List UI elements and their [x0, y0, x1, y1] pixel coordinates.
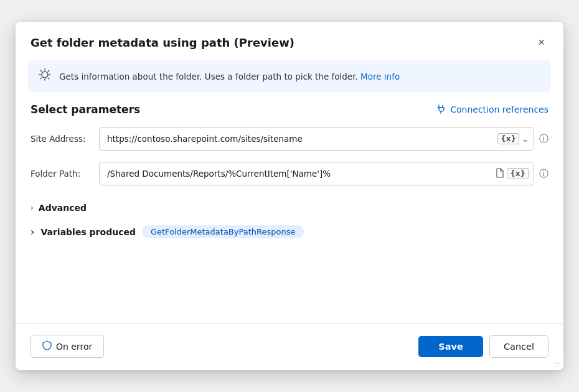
connection-references-label: Connection references — [450, 105, 548, 114]
on-error-button[interactable]: On error — [31, 335, 104, 358]
dialog-footer: On error Save Cancel — [16, 324, 563, 370]
folder-path-row: Folder Path: {x} ⓘ — [31, 162, 548, 185]
dialog-title: Get folder metadata using path (Preview) — [31, 36, 294, 49]
more-info-link[interactable]: More info — [360, 72, 400, 82]
info-banner: Gets information about the folder. Uses … — [28, 60, 551, 92]
footer-right: Save Cancel — [418, 335, 548, 358]
svg-point-0 — [42, 72, 48, 78]
folder-path-icons: {x} — [495, 168, 529, 180]
cancel-button[interactable]: Cancel — [489, 335, 548, 358]
folder-path-input-wrap[interactable]: {x} — [99, 162, 534, 185]
folder-path-input[interactable] — [107, 169, 491, 179]
params-area: Site Address: {x} ⌄ ⓘ Folder Path: — [16, 127, 563, 318]
site-address-input-wrap[interactable]: {x} ⌄ — [99, 127, 534, 151]
file-icon[interactable] — [495, 168, 504, 180]
plug-icon — [436, 104, 446, 116]
variables-chevron-icon: › — [31, 226, 34, 238]
advanced-label: Advanced — [39, 203, 87, 213]
section-header: Select parameters Connection references — [16, 103, 563, 127]
advanced-chevron-icon: › — [31, 203, 34, 212]
advanced-row[interactable]: › Advanced — [31, 197, 548, 219]
dialog-header: Get folder metadata using path (Preview)… — [16, 22, 563, 60]
info-circle-site[interactable]: ⓘ — [539, 133, 548, 145]
token-icon-site[interactable]: {x} — [497, 133, 519, 144]
variable-badge: GetFolderMetadataByPathResponse — [142, 225, 304, 238]
token-icon-folder[interactable]: {x} — [507, 168, 529, 179]
resize-handle: ⊹ — [554, 360, 560, 368]
site-address-input[interactable] — [107, 134, 494, 144]
variables-produced-row[interactable]: › Variables produced GetFolderMetadataBy… — [31, 219, 548, 245]
folder-path-label: Folder Path: — [31, 169, 99, 179]
site-address-label: Site Address: — [31, 134, 99, 144]
close-button[interactable]: × — [534, 34, 548, 50]
shield-icon — [42, 340, 52, 352]
info-icon — [38, 68, 52, 85]
info-banner-text: Gets information about the folder. Uses … — [59, 72, 400, 82]
on-error-label: On error — [56, 342, 92, 352]
chevron-icon-site[interactable]: ⌄ — [522, 134, 529, 144]
variables-label: Variables produced — [40, 227, 136, 237]
site-address-row: Site Address: {x} ⌄ ⓘ — [31, 127, 548, 151]
save-button[interactable]: Save — [418, 336, 483, 357]
connection-references-button[interactable]: Connection references — [436, 104, 548, 116]
section-title: Select parameters — [31, 103, 140, 116]
dialog: Get folder metadata using path (Preview)… — [16, 22, 563, 370]
info-circle-folder[interactable]: ⓘ — [539, 168, 548, 180]
site-address-icons: {x} ⌄ — [497, 133, 529, 144]
